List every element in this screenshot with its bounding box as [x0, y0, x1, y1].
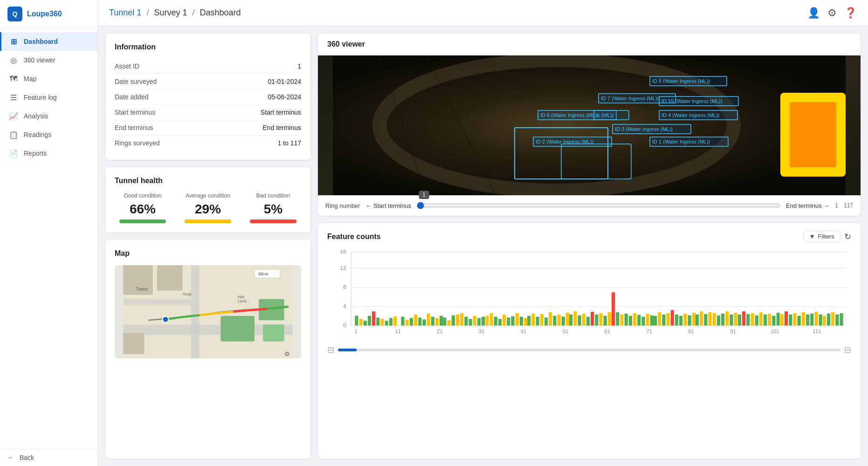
- svg-rect-131: [629, 316, 632, 326]
- svg-text:71: 71: [646, 329, 652, 334]
- svg-text:is (ML)): is (ML)): [596, 112, 613, 118]
- refresh-button[interactable]: ↻: [844, 232, 851, 242]
- info-value-rings-surveyed: 1 to 117: [277, 139, 301, 147]
- health-bar-average: [185, 219, 231, 223]
- svg-rect-157: [738, 315, 741, 326]
- svg-rect-109: [536, 317, 539, 326]
- health-item-bad: Bad condition 5%: [250, 192, 296, 223]
- settings-icon[interactable]: ⚙: [827, 7, 837, 19]
- sidebar-item-analysis[interactable]: 📈 Analysis: [0, 107, 97, 125]
- viewer-image[interactable]: ID 8 (Water Ingress (ML)) ID 7 (Water In…: [318, 55, 861, 195]
- svg-text:Arup: Arup: [182, 292, 191, 296]
- svg-rect-68: [359, 319, 362, 325]
- svg-rect-122: [591, 312, 594, 326]
- slider-min: 1: [835, 202, 838, 209]
- sidebar-item-viewer-label: 360 viewer: [24, 56, 55, 64]
- breadcrumb-tunnel[interactable]: Tunnel 1: [109, 8, 141, 17]
- chart-scroll-thumb[interactable]: [338, 349, 357, 351]
- sidebar-item-readings[interactable]: 📋 Readings: [0, 125, 97, 144]
- svg-rect-142: [675, 315, 678, 326]
- sidebar-item-360viewer[interactable]: ◎ 360 viewer: [0, 51, 97, 69]
- svg-text:50 m: 50 m: [259, 272, 268, 276]
- health-item-average: Average condition 29%: [185, 192, 231, 223]
- svg-rect-149: [704, 314, 707, 326]
- feature-log-icon: ☰: [9, 93, 18, 102]
- svg-text:ID 4 (Water Ingress (ML)): ID 4 (Water Ingress (ML)): [661, 112, 719, 118]
- back-button[interactable]: ← Back: [0, 449, 97, 466]
- svg-rect-167: [780, 314, 784, 326]
- svg-rect-150: [708, 312, 711, 326]
- header: Tunnel 1 / Survey 1 / Dashboard 👤 ⚙ ❓: [98, 0, 868, 26]
- readings-icon: 📋: [9, 130, 18, 139]
- svg-rect-175: [814, 312, 818, 326]
- svg-rect-127: [612, 292, 615, 325]
- svg-rect-117: [569, 315, 572, 326]
- info-label-asset-id: Asset ID: [115, 62, 139, 70]
- chart-scroll-track[interactable]: [338, 349, 840, 351]
- left-column: Information Asset ID 1 Date surveyed 01-…: [105, 34, 310, 459]
- svg-text:Lond...: Lond...: [238, 299, 249, 303]
- sidebar-item-readings-label: Readings: [24, 131, 51, 138]
- health-value-bad: 5%: [264, 202, 282, 217]
- svg-rect-180: [835, 315, 839, 326]
- tunnel-health-title: Tunnel health: [115, 177, 301, 185]
- svg-rect-114: [558, 315, 561, 326]
- svg-rect-116: [566, 313, 569, 326]
- svg-rect-119: [578, 315, 581, 326]
- back-arrow-icon: ←: [7, 454, 14, 461]
- svg-rect-155: [730, 315, 733, 326]
- main-content: Tunnel 1 / Survey 1 / Dashboard 👤 ⚙ ❓ In…: [98, 0, 868, 466]
- info-value-end-terminus: End terminus: [263, 124, 301, 131]
- chart-scroll-right-icon: ⊟: [844, 345, 851, 355]
- svg-rect-99: [494, 317, 497, 326]
- content-area: Information Asset ID 1 Date surveyed 01-…: [98, 26, 868, 466]
- svg-rect-75: [389, 318, 393, 325]
- sidebar-item-reports[interactable]: 📄 Reports: [0, 144, 97, 163]
- svg-rect-177: [823, 316, 826, 326]
- svg-text:21: 21: [437, 329, 443, 334]
- svg-rect-77: [401, 317, 404, 326]
- svg-rect-71: [372, 311, 375, 325]
- svg-rect-141: [671, 310, 674, 325]
- svg-rect-171: [798, 316, 801, 326]
- sidebar-item-map[interactable]: 🗺 Map: [0, 69, 97, 88]
- svg-rect-161: [755, 315, 758, 326]
- svg-text:91: 91: [730, 329, 736, 334]
- info-label-end-terminus: End terminus: [115, 124, 153, 131]
- chart-area: 0 4 8 12 16 1 11 21 31 41 51 61 71: [327, 248, 851, 451]
- svg-rect-110: [540, 314, 544, 326]
- svg-text:81: 81: [688, 329, 694, 334]
- svg-rect-136: [650, 315, 654, 326]
- svg-rect-80: [414, 315, 417, 326]
- svg-rect-81: [418, 318, 421, 326]
- svg-text:12: 12: [340, 265, 346, 271]
- svg-rect-102: [507, 318, 510, 326]
- svg-rect-97: [485, 316, 489, 326]
- account-icon[interactable]: 👤: [807, 7, 820, 19]
- info-value-start-terminus: Start terminus: [261, 109, 301, 116]
- map-container[interactable]: Tower Arup Hut Lond... 50 m ⚙: [115, 265, 301, 358]
- health-value-good: 66%: [130, 202, 156, 217]
- svg-rect-86: [440, 316, 443, 326]
- svg-rect-3: [123, 299, 191, 306]
- svg-text:101: 101: [771, 329, 779, 334]
- svg-rect-69: [364, 321, 367, 325]
- svg-text:31: 31: [479, 329, 485, 334]
- filters-button[interactable]: ▼ Filters: [803, 231, 840, 242]
- info-label-date-surveyed: Date surveyed: [115, 78, 157, 85]
- svg-rect-121: [586, 317, 590, 326]
- svg-rect-111: [544, 318, 548, 326]
- ring-slider-wrapper: 1: [417, 199, 780, 212]
- sidebar-item-feature-log[interactable]: ☰ Feature log: [0, 88, 97, 107]
- svg-rect-112: [549, 312, 552, 326]
- sidebar-item-dashboard[interactable]: ⊞ Dashboard: [0, 32, 97, 51]
- tunnel-health-card: Tunnel health Good condition 66% Average…: [105, 167, 310, 233]
- help-icon[interactable]: ❓: [844, 7, 857, 19]
- svg-rect-129: [620, 315, 623, 326]
- svg-text:16: 16: [340, 249, 346, 255]
- ring-slider[interactable]: [417, 202, 780, 209]
- svg-rect-165: [772, 316, 775, 326]
- logo-area: Q Loupe360: [0, 0, 97, 28]
- svg-rect-145: [688, 315, 691, 326]
- dashboard-icon: ⊞: [9, 37, 18, 46]
